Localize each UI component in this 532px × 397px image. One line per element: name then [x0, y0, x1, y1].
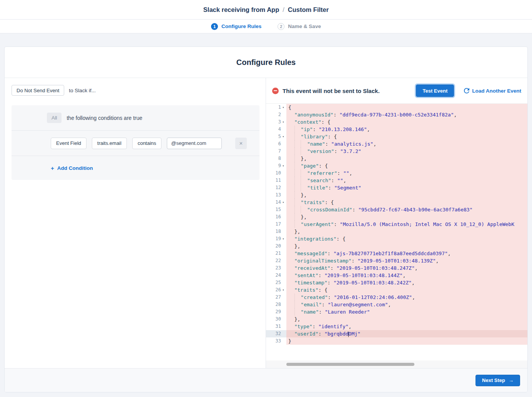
code-line-21[interactable]: 21 "messageId": "ajs-7b8270771eb2f1f8a87…	[266, 250, 527, 257]
code-line-24[interactable]: 24 "sentAt": "2019-05-10T01:03:48.144Z",	[266, 272, 527, 279]
code-text[interactable]: }	[286, 337, 527, 345]
line-number-gutter: 16	[266, 213, 286, 221]
code-line-13[interactable]: 13 },	[266, 191, 527, 199]
code-line-31[interactable]: 31 "type": "identify",	[266, 323, 527, 330]
code-line-18[interactable]: 18 },	[266, 228, 527, 235]
code-text[interactable]: "context": {	[286, 118, 527, 126]
code-text[interactable]: },	[286, 155, 527, 162]
code-text[interactable]: },	[286, 213, 527, 221]
code-line-10[interactable]: 10 "referrer": "",	[266, 169, 527, 177]
fold-arrow-icon[interactable]: ▾	[281, 162, 286, 169]
code-text[interactable]: },	[286, 243, 527, 250]
code-line-28[interactable]: 28 "email": "lauren@segment.com",	[266, 301, 527, 308]
code-line-9[interactable]: 9▾ "page": {	[266, 162, 527, 169]
code-text[interactable]: {	[286, 104, 527, 111]
field-path-button[interactable]: traits.email	[92, 138, 127, 149]
code-line-22[interactable]: 22 "originalTimestamp": "2019-05-10T01:0…	[266, 257, 527, 264]
code-line-15[interactable]: 15 "crossDomainId": "95cbdd72-fc67-4b43-…	[266, 206, 527, 213]
code-line-11[interactable]: 11 "search": "",	[266, 177, 527, 184]
line-number-gutter: 20	[266, 243, 286, 250]
code-line-30[interactable]: 30 },	[266, 316, 527, 323]
code-line-33[interactable]: 33}	[266, 337, 527, 345]
step-configure-rules[interactable]: 1 Configure Rules	[211, 23, 261, 30]
code-text[interactable]: "originalTimestamp": "2019-05-10T01:03:4…	[286, 257, 527, 264]
code-line-7[interactable]: 7 "version": "3.7.2"	[266, 148, 527, 155]
line-number-gutter: 25	[266, 279, 286, 286]
code-line-32[interactable]: 32 "userId": "bgrqbddDMj"	[266, 330, 527, 337]
code-line-26[interactable]: 26▾ "traits": {	[266, 286, 527, 294]
code-line-17[interactable]: 17 "userAgent": "Mozilla/5.0 (Macintosh;…	[266, 221, 527, 228]
code-line-16[interactable]: 16 },	[266, 213, 527, 221]
breadcrumb-destination[interactable]: Slack receiving from App	[203, 6, 279, 13]
code-text[interactable]: "page": {	[286, 162, 527, 169]
json-editor[interactable]: 1▾{2 "anonymousId": "ddf9ecda-977b-4231-…	[266, 103, 527, 368]
code-text[interactable]: "crossDomainId": "95cbdd72-fc67-4b43-b90…	[286, 206, 527, 213]
line-number: 20	[276, 243, 281, 250]
condition-row: Event Field traits.email contains ×	[12, 130, 259, 156]
code-line-29[interactable]: 29 "name": "Lauren Reeder"	[266, 308, 527, 316]
code-line-2[interactable]: 2 "anonymousId": "ddf9ecda-977b-4231-b00…	[266, 111, 527, 118]
code-text[interactable]: "referrer": "",	[286, 169, 527, 177]
code-line-12[interactable]: 12 "title": "Segment"	[266, 184, 527, 191]
code-line-4[interactable]: 4 "ip": "210.13.208.146",	[266, 126, 527, 133]
code-line-5[interactable]: 5▾ "library": {	[266, 133, 527, 140]
code-text[interactable]: },	[286, 316, 527, 323]
next-step-button[interactable]: Next Step →	[475, 375, 520, 386]
fold-arrow-icon[interactable]: ▾	[281, 104, 286, 111]
code-text[interactable]: "traits": {	[286, 286, 527, 294]
do-not-send-event-button[interactable]: Do Not Send Event	[12, 85, 64, 96]
code-text[interactable]: "messageId": "ajs-7b8270771eb2f1f8a87eed…	[286, 250, 527, 257]
code-text[interactable]: "userId": "bgrqbddDMj"	[286, 330, 527, 337]
code-line-14[interactable]: 14▾ "traits": {	[266, 199, 527, 206]
code-text[interactable]: "sentAt": "2019-05-10T01:03:48.144Z",	[286, 272, 527, 279]
code-line-20[interactable]: 20 },	[266, 243, 527, 250]
event-field-button[interactable]: Event Field	[51, 138, 86, 149]
scrollbar-thumb[interactable]	[286, 363, 414, 366]
code-text[interactable]: "userAgent": "Mozilla/5.0 (Macintosh; In…	[286, 221, 527, 228]
all-operator-chip[interactable]: All	[47, 113, 62, 123]
code-text[interactable]: "email": "lauren@segment.com",	[286, 301, 527, 308]
operator-button[interactable]: contains	[132, 138, 161, 149]
code-text[interactable]: "created": "2016-01-12T02:24:06.400Z",	[286, 294, 527, 301]
line-number: 30	[276, 316, 281, 323]
code-text[interactable]: "traits": {	[286, 199, 527, 206]
code-text[interactable]: "library": {	[286, 133, 527, 140]
test-event-button[interactable]: Test Event	[416, 85, 454, 97]
code-text[interactable]: "timestamp": "2019-05-10T01:03:48.242Z",	[286, 279, 527, 286]
code-text[interactable]: },	[286, 228, 527, 235]
code-line-19[interactable]: 19▾ "integrations": {	[266, 235, 527, 243]
fold-arrow-icon[interactable]: ▾	[281, 199, 286, 206]
code-text[interactable]: },	[286, 191, 527, 199]
condition-value-input[interactable]	[167, 138, 222, 149]
code-line-1[interactable]: 1▾{	[266, 104, 527, 111]
add-condition-button[interactable]: + Add Condition	[51, 165, 93, 171]
code-text[interactable]: "integrations": {	[286, 235, 527, 243]
line-number-gutter: 26▾	[266, 286, 286, 294]
code-text[interactable]: "anonymousId": "ddf9ecda-977b-4231-b000-…	[286, 111, 527, 118]
code-line-8[interactable]: 8 },	[266, 155, 527, 162]
line-number-gutter: 24	[266, 272, 286, 279]
code-line-23[interactable]: 23 "receivedAt": "2019-05-10T01:03:48.24…	[266, 264, 527, 272]
code-text[interactable]: "type": "identify",	[286, 323, 527, 330]
code-line-25[interactable]: 25 "timestamp": "2019-05-10T01:03:48.242…	[266, 279, 527, 286]
fold-arrow-icon[interactable]: ▾	[281, 133, 286, 140]
code-text[interactable]: "ip": "210.13.208.146",	[286, 126, 527, 133]
line-number-gutter: 32	[266, 330, 286, 337]
code-text[interactable]: "receivedAt": "2019-05-10T01:03:48.247Z"…	[286, 264, 527, 272]
remove-condition-button[interactable]: ×	[235, 138, 247, 149]
code-text[interactable]: "version": "3.7.2"	[286, 148, 527, 155]
fold-arrow-icon[interactable]: ▾	[281, 235, 286, 243]
line-number: 4	[278, 126, 281, 133]
step-name-and-save[interactable]: 2 Name & Save	[278, 23, 321, 30]
code-text[interactable]: "search": "",	[286, 177, 527, 184]
code-text[interactable]: "name": "Lauren Reeder"	[286, 308, 527, 316]
line-number-gutter: 5▾	[266, 133, 286, 140]
code-line-6[interactable]: 6 "name": "analytics.js",	[266, 140, 527, 148]
code-line-3[interactable]: 3▾ "context": {	[266, 118, 527, 126]
code-text[interactable]: "title": "Segment"	[286, 184, 527, 191]
fold-arrow-icon[interactable]: ▾	[281, 286, 286, 294]
load-another-event-link[interactable]: Load Another Event	[464, 88, 521, 94]
code-line-27[interactable]: 27 "created": "2016-01-12T02:24:06.400Z"…	[266, 294, 527, 301]
code-text[interactable]: "name": "analytics.js",	[286, 140, 527, 148]
fold-arrow-icon[interactable]: ▾	[281, 118, 286, 126]
